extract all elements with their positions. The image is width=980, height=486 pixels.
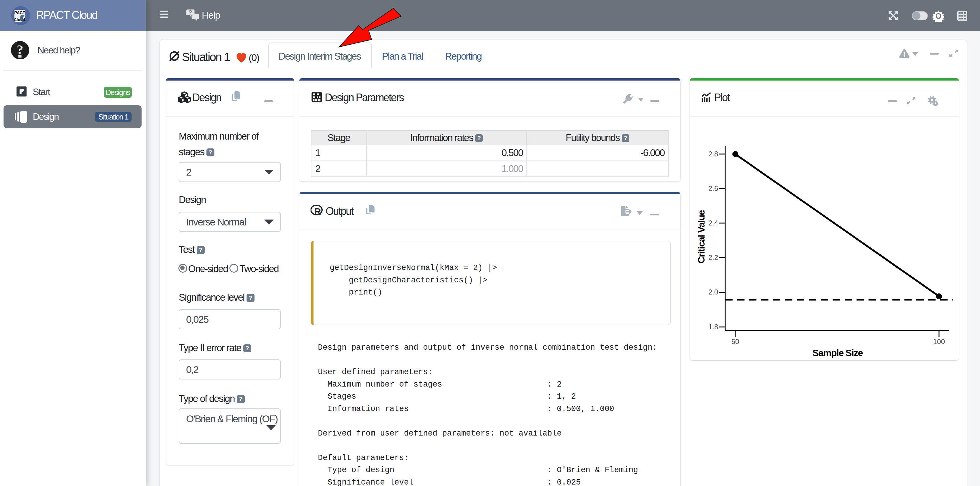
svg-text:Cloud: Cloud: [14, 18, 25, 22]
svg-text:?: ?: [189, 9, 192, 16]
svg-text:2.6: 2.6: [708, 185, 718, 193]
svg-text:2.0: 2.0: [708, 288, 718, 296]
svg-text:2.4: 2.4: [708, 219, 718, 227]
svg-text:2.2: 2.2: [708, 253, 718, 261]
svg-text:Sample Size: Sample Size: [813, 347, 863, 358]
svg-text:2.8: 2.8: [708, 150, 718, 158]
svg-text:?: ?: [17, 42, 23, 57]
svg-text:50: 50: [732, 338, 739, 346]
svg-text:1.8: 1.8: [708, 323, 718, 331]
svg-text:Critical Value: Critical Value: [696, 210, 706, 263]
svg-text:PACT: PACT: [14, 10, 25, 15]
svg-text:R: R: [314, 206, 321, 216]
svg-text:100: 100: [933, 338, 945, 346]
